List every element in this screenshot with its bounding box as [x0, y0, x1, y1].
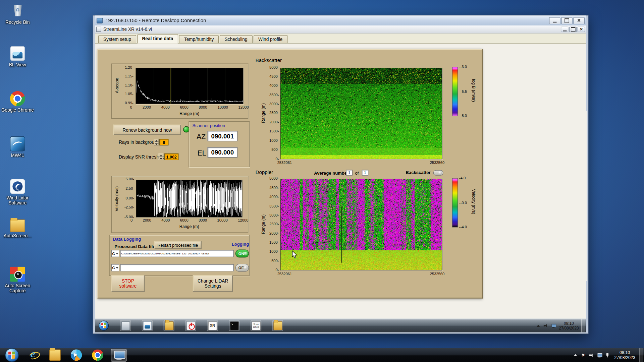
remote-clock[interactable]: 08:10 27/08/2023 — [559, 321, 579, 330]
minimize-button[interactable] — [549, 17, 560, 24]
renew-background-button[interactable]: Renew background now — [113, 125, 181, 135]
remote-taskbar-power-off-app[interactable] — [185, 320, 196, 331]
raw-drive-selector[interactable]: C — [111, 264, 119, 271]
desktop-icon-wind-lidar[interactable]: Wind Lidar Software — [1, 179, 34, 205]
start-orb-icon — [5, 348, 18, 362]
tick-label: 2000 — [269, 121, 279, 124]
tab-scheduling[interactable]: Scheduling — [220, 35, 253, 43]
show-hidden-icons-icon[interactable] — [573, 352, 578, 358]
average-number-field[interactable]: 1 — [346, 170, 353, 175]
remote-taskbar-folder-viewer[interactable] — [163, 320, 174, 331]
hidden-icons-arrow-icon[interactable] — [536, 323, 541, 328]
tick-label: 2500 — [269, 111, 279, 115]
tick-label: -4.0 — [459, 225, 467, 229]
tick-label: 8000 — [199, 219, 207, 222]
xr-app-icon: XR — [208, 321, 217, 330]
volume-icon[interactable] — [589, 352, 594, 358]
network-icon[interactable] — [597, 352, 602, 358]
average-total-field[interactable]: 1 — [362, 170, 368, 175]
taskbar-remote-desktop[interactable] — [111, 349, 126, 361]
power-plug-icon[interactable] — [605, 352, 610, 358]
remote-taskbar-command-prompt[interactable] — [229, 320, 239, 331]
taskbar-windows-media-player[interactable] — [68, 349, 84, 361]
desktop-icon-bl-view[interactable]: BL-View — [1, 46, 34, 67]
logging-label: Logging — [232, 242, 249, 247]
app-minimize-button[interactable] — [561, 26, 568, 32]
tick-label: 3000 — [269, 102, 279, 106]
remote-taskbar-bl-view-app[interactable] — [142, 320, 153, 331]
rdp-titlebar[interactable]: 192.168.0.150 - Remote Desktop Connectio… — [95, 15, 586, 25]
raw-file-path-field[interactable] — [120, 264, 234, 271]
desktop-icon-google-chrome[interactable]: Google Chrome — [1, 91, 34, 113]
el-value-field[interactable]: 090.000 — [207, 147, 237, 158]
remote-desktop-icon — [113, 350, 124, 361]
stop-software-button[interactable]: STOP software — [111, 275, 145, 292]
ascope-x-axis-label: Range (m) — [136, 111, 244, 116]
windows-explorer-icon — [49, 350, 60, 361]
processed-file-path-field[interactable]: C:\Lidar\Data\Proc\2023\202308\20230827\… — [120, 250, 234, 257]
tab-temp-humidity[interactable]: Temp/humidity — [179, 35, 219, 43]
backscatter-toggle-label: Backscatter — [406, 170, 430, 175]
velocity-plot[interactable] — [136, 180, 243, 217]
folder-viewer-icon — [165, 321, 173, 330]
tick-label: 3500 — [269, 204, 279, 208]
change-lidar-settings-button[interactable]: Change LiDAR Settings — [193, 275, 233, 292]
windows-media-player-icon — [70, 350, 82, 361]
remote-taskbar-scan-scheduler[interactable]: Scan sched — [251, 320, 261, 331]
desktop-icon-auto-screen-capture[interactable]: Auto Screen Capture — [1, 267, 34, 293]
tab-system-setup[interactable]: System setup — [98, 35, 136, 43]
backscatter-colorbar-ticks: -3.0-5.5-8.0 — [459, 65, 472, 118]
taskbar-start-orb[interactable] — [3, 349, 20, 361]
snr-value-field[interactable]: 1.002 — [164, 154, 178, 160]
processed-drive-selector[interactable]: C — [111, 250, 119, 257]
maximize-button[interactable] — [561, 17, 573, 24]
tick-label: 0.99 — [125, 101, 133, 105]
desktop-icon-recycle-bin[interactable]: Recycle Bin — [1, 3, 34, 25]
tick-label: -0.0 — [459, 201, 467, 204]
backscatter-toggle[interactable] — [433, 170, 443, 176]
ascope-y-ticks: 1.201.151.101.050.99 — [120, 66, 133, 105]
app-close-button[interactable] — [578, 26, 585, 32]
network-icon[interactable] — [551, 323, 556, 328]
tick-label: 1.15 — [125, 74, 133, 78]
rdp-window: 192.168.0.150 - Remote Desktop Connectio… — [93, 15, 588, 334]
backscatter-heatmap[interactable] — [280, 68, 442, 159]
stop-button-line2: software — [119, 284, 137, 289]
remote-show-desktop-button[interactable] — [581, 319, 585, 333]
rays-value-field[interactable]: 8 — [159, 139, 168, 145]
taskbar-internet-explorer[interactable] — [25, 349, 41, 361]
az-value-field[interactable]: 090.001 — [207, 131, 237, 141]
rays-spinner[interactable] — [154, 139, 159, 145]
remote-taskbar-xr-app[interactable]: XR — [207, 320, 218, 331]
taskbar-clock-time: 08:10 — [614, 350, 635, 355]
taskbar-windows-explorer[interactable] — [47, 349, 63, 361]
close-button[interactable] — [573, 17, 585, 24]
tick-label: 4500 — [269, 75, 279, 78]
desktop-icon-autoscreen-folder[interactable]: AutoScreen... — [1, 217, 34, 238]
restart-processed-file-button[interactable]: Restart processed file — [154, 241, 202, 249]
tick-label: 10000 — [217, 106, 228, 110]
app-titlebar[interactable]: StreamLine XR v14-6.vi — [95, 25, 586, 34]
snr-spinner[interactable] — [159, 154, 163, 160]
processed-logging-toggle[interactable]: ON — [235, 250, 249, 258]
tab-real-time-data[interactable]: Real time data — [137, 34, 178, 43]
tab-wind-profile[interactable]: Wind profile — [253, 35, 287, 43]
remote-taskbar-paint-app[interactable] — [120, 320, 131, 331]
tick-label: 2000 — [143, 106, 151, 110]
show-desktop-button[interactable] — [639, 348, 643, 362]
volume-icon[interactable] — [543, 323, 549, 328]
raw-logging-toggle[interactable]: OFF — [235, 264, 249, 272]
doppler-heatmap[interactable] — [280, 179, 442, 270]
desktop-icon-mw41[interactable]: MW41 — [1, 136, 34, 158]
tick-label: 0 — [130, 219, 132, 222]
ascope-plot[interactable] — [136, 68, 244, 104]
app-restore-button[interactable] — [569, 26, 577, 32]
taskbar-clock[interactable]: 08:10 27/08/2023 — [614, 350, 635, 360]
taskbar-google-chrome[interactable] — [90, 349, 105, 361]
backscatter-title: Backscatter — [256, 57, 282, 63]
taskbar-clock-date: 27/08/2023 — [614, 355, 635, 360]
remote-taskbar-file-explorer[interactable] — [272, 320, 283, 331]
desktop-icon-label: Auto Screen Capture — [1, 283, 34, 293]
remote-taskbar-start-orb[interactable] — [98, 320, 109, 331]
action-center-icon[interactable] — [581, 352, 586, 358]
